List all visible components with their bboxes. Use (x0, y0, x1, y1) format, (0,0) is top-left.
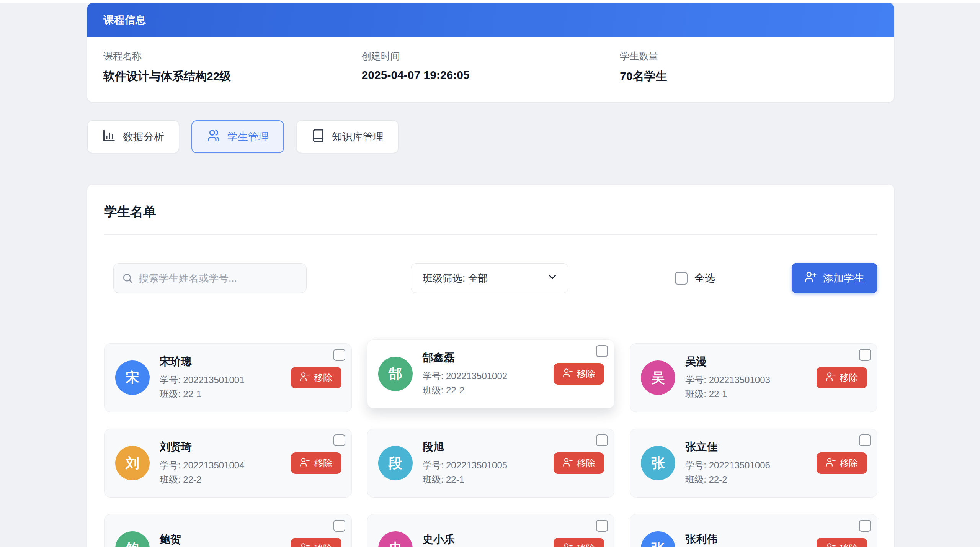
avatar: 鲍 (115, 531, 150, 547)
course-info-body: 课程名称 软件设计与体系结构22级 创建时间 2025-04-07 19:26:… (87, 37, 894, 102)
course-name-field: 课程名称 软件设计与体系结构22级 (103, 50, 362, 84)
user-minus-icon (826, 457, 836, 470)
add-student-label: 添加学生 (823, 271, 864, 285)
remove-student-button[interactable]: 移除 (291, 367, 341, 388)
student-info: 宋玠璁 学号: 202213501001 班级: 22-1 (160, 354, 245, 401)
course-info-card: 课程信息 课程名称 软件设计与体系结构22级 创建时间 2025-04-07 1… (87, 3, 894, 102)
student-list-section: 学生名单 班级筛选: 全部 全选 (87, 185, 894, 547)
remove-label: 移除 (577, 368, 595, 380)
remove-student-button[interactable]: 移除 (817, 538, 867, 547)
student-checkbox[interactable] (596, 434, 608, 446)
student-checkbox[interactable] (859, 349, 871, 361)
remove-student-button[interactable]: 移除 (554, 452, 604, 474)
tab-data-analysis[interactable]: 数据分析 (87, 120, 179, 153)
tab-label: 学生管理 (227, 130, 269, 144)
remove-label: 移除 (840, 372, 858, 384)
student-name: 刘贤琦 (160, 440, 245, 454)
user-plus-icon (805, 271, 817, 286)
course-info-title: 课程信息 (103, 13, 146, 27)
add-student-button[interactable]: 添加学生 (792, 263, 877, 293)
bar-chart-icon (102, 129, 116, 145)
tab-label: 知识库管理 (332, 130, 384, 144)
student-card[interactable]: 张 张立佳 学号: 202213501006 班级: 22-2 移除 (630, 429, 877, 498)
student-card[interactable]: 史 史小乐 学号: 202213501008 移除 (367, 514, 615, 547)
remove-label: 移除 (314, 372, 332, 384)
student-count-field: 学生数量 70名学生 (620, 50, 878, 84)
select-all-checkbox[interactable] (675, 272, 688, 285)
class-filter-value: 班级筛选: 全部 (423, 272, 488, 285)
student-checkbox[interactable] (596, 520, 608, 532)
student-checkbox[interactable] (333, 349, 345, 361)
student-count-value: 70名学生 (620, 69, 878, 84)
user-minus-icon (563, 368, 573, 380)
avatar: 吴 (641, 360, 675, 395)
remove-student-button[interactable]: 移除 (554, 538, 604, 547)
controls-row: 班级筛选: 全部 全选 添加学生 (104, 263, 877, 293)
student-id: 学号: 202213501002 (423, 369, 508, 383)
avatar: 张 (641, 531, 675, 547)
select-all-label: 全选 (694, 271, 715, 285)
tab-bar: 数据分析 学生管理 知识库管理 (87, 120, 894, 153)
student-card[interactable]: 郜 郜鑫磊 学号: 202213501002 班级: 22-2 移除 (367, 339, 615, 408)
remove-label: 移除 (314, 457, 332, 469)
avatar: 史 (378, 531, 413, 547)
page-container: 课程信息 课程名称 软件设计与体系结构22级 创建时间 2025-04-07 1… (87, 3, 894, 547)
student-id: 学号: 202213501003 (685, 373, 770, 387)
student-checkbox[interactable] (859, 520, 871, 532)
student-info: 郜鑫磊 学号: 202213501002 班级: 22-2 (423, 350, 508, 397)
student-checkbox[interactable] (859, 434, 871, 446)
search-input[interactable] (113, 263, 307, 293)
class-filter-dropdown[interactable]: 班级筛选: 全部 (411, 263, 568, 293)
created-time-field: 创建时间 2025-04-07 19:26:05 (362, 50, 620, 84)
student-card[interactable]: 张 张利伟 学号: 202213501009 移除 (630, 514, 877, 547)
student-card[interactable]: 段 段旭 学号: 202213501005 班级: 22-1 移除 (367, 429, 615, 498)
tab-student-management[interactable]: 学生管理 (191, 120, 284, 153)
remove-student-button[interactable]: 移除 (817, 452, 867, 474)
student-name: 郜鑫磊 (423, 350, 508, 365)
student-name: 张立佳 (685, 440, 770, 454)
avatar: 张 (641, 446, 675, 480)
divider (104, 234, 877, 235)
student-class: 班级: 22-1 (160, 387, 245, 401)
student-name: 宋玠璁 (160, 354, 245, 369)
student-name: 吴漫 (685, 354, 770, 369)
user-minus-icon (826, 542, 836, 547)
student-card[interactable]: 鲍 鲍贺 学号: 202213501007 移除 (104, 514, 352, 547)
student-name: 张利伟 (685, 532, 770, 547)
user-minus-icon (826, 372, 836, 384)
student-info: 鲍贺 学号: 202213501007 (160, 532, 245, 547)
course-name-value: 软件设计与体系结构22级 (103, 69, 362, 84)
student-info: 张立佳 学号: 202213501006 班级: 22-2 (685, 440, 770, 486)
user-minus-icon (300, 542, 310, 547)
student-checkbox[interactable] (333, 520, 345, 532)
student-card[interactable]: 宋 宋玠璁 学号: 202213501001 班级: 22-1 移除 (104, 343, 352, 412)
student-info: 刘贤琦 学号: 202213501004 班级: 22-2 (160, 440, 245, 486)
student-info: 吴漫 学号: 202213501003 班级: 22-1 (685, 354, 770, 401)
user-minus-icon (300, 457, 310, 470)
user-minus-icon (563, 457, 573, 470)
student-info: 张利伟 学号: 202213501009 (685, 532, 770, 547)
created-time-value: 2025-04-07 19:26:05 (362, 69, 620, 82)
remove-student-button[interactable]: 移除 (554, 363, 604, 385)
student-card[interactable]: 吴 吴漫 学号: 202213501003 班级: 22-1 移除 (630, 343, 877, 412)
student-name: 段旭 (423, 440, 508, 454)
tab-knowledge-base[interactable]: 知识库管理 (296, 120, 399, 153)
created-time-label: 创建时间 (362, 50, 620, 62)
remove-student-button[interactable]: 移除 (291, 538, 341, 547)
student-id: 学号: 202213501001 (160, 373, 245, 387)
student-class: 班级: 22-1 (685, 387, 770, 401)
student-card[interactable]: 刘 刘贤琦 学号: 202213501004 班级: 22-2 移除 (104, 429, 352, 498)
avatar: 段 (378, 446, 413, 480)
student-checkbox[interactable] (333, 434, 345, 446)
student-name: 鲍贺 (160, 532, 245, 547)
user-minus-icon (563, 542, 573, 547)
remove-student-button[interactable]: 移除 (817, 367, 867, 388)
student-class: 班级: 22-1 (423, 472, 508, 486)
student-class: 班级: 22-2 (423, 383, 508, 397)
select-all-group: 全选 (675, 271, 715, 285)
student-checkbox[interactable] (596, 345, 608, 357)
student-info: 史小乐 学号: 202213501008 (423, 532, 508, 547)
remove-label: 移除 (840, 457, 858, 469)
remove-student-button[interactable]: 移除 (291, 452, 341, 474)
course-info-header: 课程信息 (87, 3, 894, 37)
